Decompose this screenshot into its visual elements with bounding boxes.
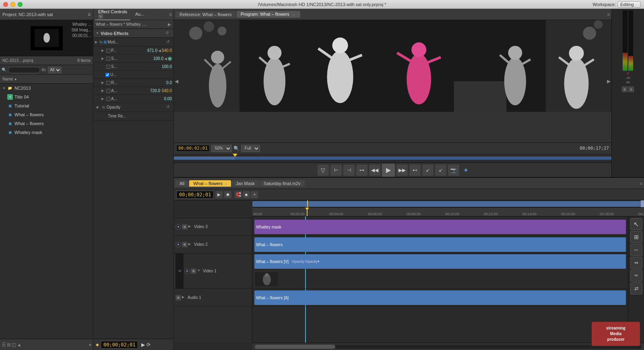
list-item[interactable]: ▣ Whatley mask — [0, 128, 93, 137]
freeform-view-btn[interactable]: ◫ — [12, 342, 16, 348]
project-menu-icon[interactable]: ≡ — [88, 12, 91, 17]
overwrite-btn[interactable]: ↙ — [435, 165, 446, 176]
zoom-dropdown[interactable]: 50% — [211, 145, 232, 152]
track-v3-eye[interactable]: ● — [175, 224, 181, 230]
track-v1-eye[interactable]: ● — [184, 268, 190, 274]
anc-x-value[interactable]: 720.0 — [150, 89, 160, 93]
tab-audio[interactable]: Au... — [132, 11, 148, 18]
timeline-timecode[interactable]: 00;00;02;01 — [176, 191, 214, 199]
camera-btn[interactable]: 📷 — [448, 165, 459, 176]
tl-snap-btn[interactable]: 🧲 — [235, 191, 242, 198]
su-keyframe-btn[interactable] — [106, 65, 110, 69]
track-a1-lock[interactable]: ▣ — [175, 295, 181, 301]
effect-timecode[interactable]: 00;00;02;01 — [101, 341, 138, 349]
motion-reset-btn[interactable]: ↺ — [166, 39, 172, 45]
go-to-in-btn[interactable]: ⊶ — [356, 165, 367, 176]
monitor-timecode-in[interactable]: 00;00;02;01 — [176, 145, 210, 152]
section-reset-btn[interactable]: ↺ — [165, 31, 171, 36]
tab-reference[interactable]: Reference: What – flowers — [175, 11, 236, 18]
opacity-expand-icon[interactable]: ▶ — [97, 105, 101, 109]
anc-y-value[interactable]: 540.0 — [162, 89, 172, 93]
track-a1-expand[interactable]: ▶ — [182, 295, 187, 300]
tab-jan-mask[interactable]: Jan Mask — [232, 180, 259, 187]
list-item[interactable]: ▣ What – flowers — [0, 110, 93, 119]
af-value[interactable]: 0.00 — [164, 97, 172, 101]
maximize-button[interactable] — [18, 2, 23, 7]
icon-view-btn[interactable]: ⊞ — [7, 342, 11, 348]
rot-value[interactable]: 0.0 — [166, 80, 172, 85]
insert-btn[interactable]: ↙ — [422, 165, 433, 176]
mute-btn[interactable]: S — [628, 86, 634, 92]
af-keyframe-btn[interactable] — [106, 97, 110, 101]
panel-menu-icon[interactable]: ≡ — [169, 12, 172, 17]
list-item[interactable]: ▣ What – flowers — [0, 119, 93, 128]
roll-tool-btn[interactable]: ⇔ — [630, 257, 642, 269]
overview-right-handle[interactable] — [641, 200, 644, 207]
add-track-btn[interactable]: + — [464, 167, 468, 174]
tab-close-icon[interactable]: × — [98, 14, 103, 19]
tl-marker-btn[interactable]: ◆ — [243, 191, 250, 198]
clip-what-flowers-v1[interactable]: What – flowers [V] Opacity:Opacity▾ — [254, 254, 626, 269]
scroll-right-icon[interactable]: ▶ — [607, 78, 611, 84]
pos-y-value[interactable]: 540.0 — [162, 48, 172, 53]
close-button[interactable] — [3, 2, 8, 7]
track-v2-lock[interactable]: ▣ — [182, 242, 188, 247]
tab-program[interactable]: Program: What – flowers × — [237, 11, 300, 18]
mark-in-btn[interactable]: ▽ — [318, 165, 329, 176]
mark-clip-btn[interactable]: ⊣ — [343, 165, 355, 176]
automate-btn[interactable]: ▲ — [17, 342, 22, 348]
selection-tool-btn[interactable]: ↖ — [630, 218, 642, 230]
new-item-btn[interactable]: + — [89, 342, 91, 347]
tab-all[interactable]: All — [175, 180, 188, 187]
list-item[interactable]: ▣ Tutorial — [0, 101, 93, 110]
track-v2-eye[interactable]: ● — [175, 242, 181, 247]
tab-what-flowers[interactable]: What – flowers × — [189, 180, 231, 187]
list-item[interactable]: ▼ 📁 NC2013 — [0, 84, 93, 93]
anc-keyframe-btn[interactable] — [106, 89, 110, 93]
overview-range[interactable] — [252, 201, 644, 207]
tab-what-flowers-close[interactable]: × — [225, 182, 227, 186]
track-v2-expand[interactable]: ▶ — [188, 242, 193, 247]
step-fwd-btn[interactable]: ▶▶ — [396, 165, 408, 176]
fx-enabled-icon[interactable]: fx — [100, 40, 103, 44]
program-scrubber[interactable] — [174, 154, 611, 163]
multi-select-tool-btn[interactable]: ⊞ — [630, 231, 642, 243]
anc-expand-icon[interactable]: ▶ — [101, 89, 105, 93]
clip-what-flowers-a1[interactable]: What – flowers [A] — [254, 290, 626, 305]
step-back-btn[interactable]: ◀◀ — [369, 165, 380, 176]
track-v3-lock[interactable]: ▣ — [182, 224, 188, 230]
scale-expand-icon[interactable]: ▶ — [101, 57, 105, 60]
ripple-tool-btn[interactable]: ↔ — [630, 244, 642, 256]
solo-btn[interactable]: S — [622, 86, 627, 92]
tl-play-btn[interactable]: ▶ — [215, 191, 223, 198]
slip-tool-btn[interactable]: ⇄ — [630, 282, 642, 294]
tl-record-btn[interactable]: ⏺ — [224, 191, 231, 198]
play-btn[interactable]: ▶ — [382, 164, 395, 177]
tab-saturday[interactable]: Saturday-final.m2v — [260, 180, 305, 187]
motion-expand-icon[interactable]: ▶ — [95, 40, 99, 44]
list-item[interactable]: T Title 04 — [0, 93, 93, 101]
rot-expand-icon[interactable]: ▶ — [101, 81, 105, 84]
rot-keyframe-btn[interactable] — [106, 81, 110, 85]
monitor-menu-icon[interactable]: ≡ — [607, 12, 610, 17]
video-effects-header[interactable]: ▼ Video Effects ↺ — [93, 29, 173, 38]
razor-tool-btn[interactable]: ✂ — [630, 270, 642, 282]
pos-x-value[interactable]: 671.0 — [147, 48, 157, 53]
tl-add-mark-btn[interactable]: + — [251, 191, 258, 198]
scale-constrain-icon[interactable] — [168, 57, 172, 61]
scroll-left-icon[interactable]: ◀ — [175, 78, 178, 84]
track-v3-expand[interactable]: ▶ — [188, 224, 193, 229]
scale-value[interactable]: 100.0 — [153, 56, 163, 61]
mark-out-btn[interactable]: ⊢ — [330, 165, 342, 176]
pos-expand-icon[interactable]: ▶ — [101, 49, 105, 52]
scrollbar-thumb[interactable] — [255, 345, 335, 349]
clip-whatley-mask[interactable]: Whatley mask — [254, 220, 626, 234]
af-expand-icon[interactable]: ▶ — [101, 97, 105, 101]
track-v1-lock[interactable]: ▣ — [191, 268, 196, 274]
track-v1-expand[interactable]: ▼ — [197, 269, 202, 274]
su-value[interactable]: 100.0 — [162, 64, 172, 69]
opacity-reset-btn[interactable]: ↺ — [166, 105, 172, 110]
timeline-menu-icon[interactable]: ≡ — [640, 181, 642, 186]
list-view-btn[interactable]: ☰ — [2, 342, 6, 348]
search-input[interactable] — [8, 67, 40, 73]
